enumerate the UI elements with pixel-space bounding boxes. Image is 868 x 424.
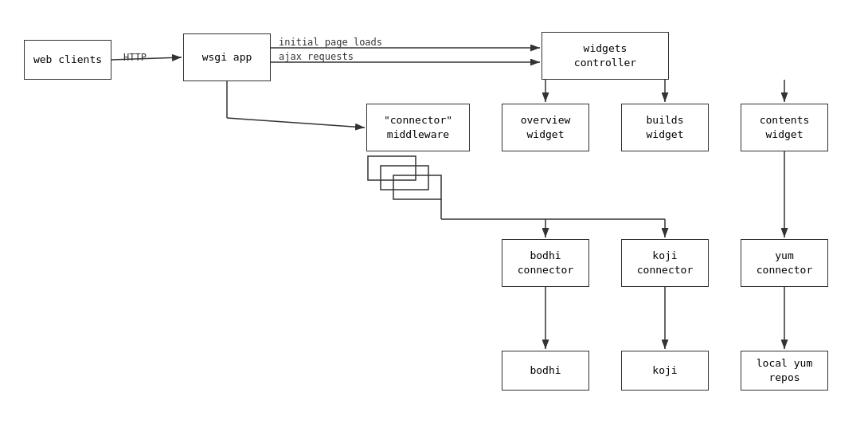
svg-rect-11 (393, 175, 441, 199)
web-clients-box: web clients (24, 40, 111, 80)
connector-middleware-box: "connector" middleware (366, 104, 470, 151)
koji-connector-box: koji connector (621, 239, 709, 287)
wsgi-app-box: wsgi app (183, 33, 271, 81)
widgets-controller-box: widgets controller (542, 32, 669, 80)
ajax-requests-label: ajax requests (279, 51, 354, 62)
arrows-svg (0, 0, 868, 424)
svg-line-5 (227, 118, 365, 128)
bodhi-connector-box: bodhi connector (502, 239, 589, 287)
widgets-controller-label: widgets controller (574, 41, 636, 70)
svg-rect-10 (381, 166, 428, 190)
wsgi-app-label: wsgi app (202, 50, 252, 65)
koji-connector-label: koji connector (637, 249, 693, 277)
contents-widget-box: contents widget (741, 104, 828, 151)
initial-page-loads-label: initial page loads (279, 37, 382, 48)
overview-widget-label: overview widget (521, 113, 571, 142)
builds-widget-box: builds widget (621, 104, 709, 151)
svg-line-1 (111, 57, 182, 60)
http-label: HTTP (123, 52, 147, 63)
yum-connector-box: yum connector (741, 239, 828, 287)
koji-label: koji (652, 363, 677, 378)
bodhi-connector-label: bodhi connector (518, 249, 573, 277)
contents-widget-label: contents widget (760, 113, 810, 142)
web-clients-label: web clients (33, 53, 102, 67)
overview-widget-box: overview widget (502, 104, 589, 151)
local-yum-repos-box: local yum repos (741, 351, 828, 391)
bodhi-box: bodhi (502, 351, 589, 391)
koji-box: koji (621, 351, 709, 391)
svg-rect-9 (368, 156, 416, 180)
local-yum-repos-label: local yum repos (757, 356, 812, 385)
connector-middleware-label: "connector" middleware (384, 113, 452, 142)
yum-connector-label: yum connector (757, 249, 812, 277)
bodhi-label: bodhi (530, 363, 561, 378)
builds-widget-label: builds widget (647, 113, 684, 142)
architecture-diagram: web clients wsgi app widgets controller … (0, 0, 868, 424)
